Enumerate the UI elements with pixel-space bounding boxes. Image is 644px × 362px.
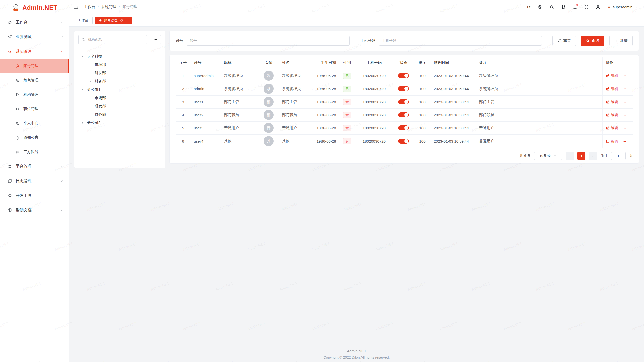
- cell-seq: 6: [176, 134, 191, 148]
- edit-button[interactable]: 编辑: [606, 126, 618, 130]
- phone-field: [379, 36, 542, 46]
- row-more-button[interactable]: [622, 126, 627, 130]
- caret-down-icon[interactable]: [81, 88, 87, 92]
- sidebar-item-help-docs[interactable]: 帮助文档: [0, 203, 69, 217]
- sidebar: Admin.NET 工作台业务测试系统管理账号管理角色管理机构管理职位管理个人中…: [0, 0, 69, 362]
- cell-modified: 2023-01-03 10:59:44: [431, 134, 476, 148]
- breadcrumb-separator: /: [119, 5, 120, 9]
- cell-remark: 部门主管: [476, 95, 602, 108]
- sidebar-item-org-mgmt[interactable]: 机构管理: [0, 87, 69, 102]
- edit-button[interactable]: 编辑: [606, 100, 618, 104]
- prev-page-button[interactable]: [566, 152, 574, 160]
- cell-avatar: 系: [259, 82, 279, 95]
- row-more-button[interactable]: [622, 113, 627, 117]
- query-label: 查询: [592, 38, 599, 43]
- tree-more-button[interactable]: [150, 35, 161, 44]
- user-outline-icon-button[interactable]: [596, 5, 600, 9]
- sidebar-item-business-test[interactable]: 业务测试: [0, 30, 69, 44]
- page-1-button[interactable]: 1: [577, 152, 585, 160]
- sidebar-item-third-party-account[interactable]: 三方账号: [0, 145, 69, 159]
- sidebar-item-label: 角色管理: [23, 78, 38, 83]
- ellipsis-icon: [153, 37, 158, 42]
- cell-modified: 2023-01-03 10:59:44: [431, 82, 476, 95]
- reset-button[interactable]: 重置: [552, 36, 576, 46]
- tree-node-finance-dept-1[interactable]: 财务部: [76, 77, 164, 85]
- caret-down-icon[interactable]: [81, 55, 87, 58]
- add-button[interactable]: 新增: [609, 36, 633, 46]
- cell-phone: 18020030720: [355, 121, 393, 134]
- edit-button[interactable]: 编辑: [606, 139, 618, 144]
- tree-node-daming-tech[interactable]: 大名科技: [76, 52, 164, 61]
- row-more-button[interactable]: [622, 100, 627, 104]
- svg-text:T: T: [527, 5, 529, 9]
- sidebar-item-log-mgmt[interactable]: 日志管理: [0, 174, 69, 188]
- status-toggle[interactable]: [398, 125, 409, 130]
- tree-node-rd-dept-1[interactable]: 研发部: [76, 69, 164, 77]
- chevron-left-icon: [568, 154, 572, 158]
- sidebar-item-personal-center[interactable]: 个人中心: [0, 116, 69, 130]
- cell-birth: 1986-06-28: [309, 95, 339, 108]
- phone-input[interactable]: [382, 38, 539, 43]
- sidebar-item-dev-tools[interactable]: 开发工具: [0, 188, 69, 203]
- tree-node-finance-dept-2[interactable]: 财务部: [76, 110, 164, 119]
- status-toggle[interactable]: [398, 139, 409, 144]
- column-header-birth: 出生日期: [309, 57, 339, 69]
- edit-button[interactable]: 编辑: [606, 113, 618, 117]
- refresh-icon[interactable]: [120, 19, 123, 22]
- language-icon-button[interactable]: [538, 5, 543, 9]
- caret-right-icon[interactable]: [89, 80, 94, 83]
- table-row: 1superadmin超级管理员超超级管理员1986-06-28男1802003…: [176, 69, 633, 82]
- next-page-button[interactable]: [589, 152, 597, 160]
- sidebar-item-notice[interactable]: 通知公告: [0, 130, 69, 145]
- edit-button[interactable]: 编辑: [606, 87, 618, 91]
- status-toggle[interactable]: [398, 112, 409, 117]
- cell-gender: 女: [339, 108, 355, 121]
- sidebar-item-system-mgmt[interactable]: 系统管理: [0, 44, 69, 59]
- tree-node-branch-2[interactable]: 分公司2: [76, 119, 164, 127]
- status-toggle[interactable]: [398, 99, 409, 104]
- close-icon[interactable]: [125, 19, 129, 22]
- user-menu[interactable]: superadmin: [607, 5, 638, 9]
- status-toggle[interactable]: [398, 86, 409, 91]
- cell-name: 部门主管: [279, 95, 309, 108]
- row-more-button[interactable]: [622, 139, 627, 144]
- fullscreen-icon-button[interactable]: [584, 5, 589, 9]
- goto-page-input[interactable]: [611, 152, 626, 160]
- menu-fold-icon[interactable]: [74, 5, 79, 10]
- sidebar-item-workbench[interactable]: 工作台: [0, 15, 69, 30]
- font-size-icon-button[interactable]: TT: [526, 5, 531, 9]
- chevron-down-icon: [60, 179, 63, 183]
- edit-button[interactable]: 编辑: [606, 74, 618, 78]
- row-more-button[interactable]: [622, 74, 627, 78]
- sidebar-item-label: 开发工具: [16, 193, 32, 198]
- org-search-input[interactable]: [87, 37, 144, 42]
- row-more-button[interactable]: [622, 87, 627, 91]
- page-size-select[interactable]: 10条/页: [534, 152, 562, 160]
- tab-workbench[interactable]: 工作台: [74, 17, 93, 24]
- tree-node-market-dept-1[interactable]: 市场部: [76, 61, 164, 69]
- breadcrumb-item[interactable]: 系统管理: [101, 5, 116, 9]
- caret-right-icon[interactable]: [81, 121, 87, 125]
- logo[interactable]: Admin.NET: [0, 0, 69, 15]
- breadcrumb-item[interactable]: 工作台: [84, 5, 95, 9]
- cell-gender: 女: [339, 121, 355, 134]
- sidebar-item-platform-mgmt[interactable]: 平台管理: [0, 159, 69, 174]
- tab-account-mgmt[interactable]: 账号管理: [95, 17, 132, 24]
- cell-seq: 4: [176, 108, 191, 121]
- avatar: 普: [264, 123, 274, 133]
- tree-node-market-dept-2[interactable]: 市场部: [76, 94, 164, 102]
- search-icon-button[interactable]: [549, 5, 554, 9]
- bell-icon-button[interactable]: [573, 5, 577, 9]
- sidebar-item-account-mgmt[interactable]: 账号管理: [0, 59, 69, 73]
- query-button[interactable]: 查询: [581, 36, 604, 46]
- account-input[interactable]: [189, 38, 347, 43]
- tree-node-branch-1[interactable]: 分公司1: [76, 85, 164, 94]
- edit-icon: [606, 139, 610, 143]
- sidebar-item-role-mgmt[interactable]: 角色管理: [0, 73, 69, 87]
- tree-node-rd-dept-2[interactable]: 研发部: [76, 102, 164, 110]
- theme-icon-button[interactable]: [561, 5, 566, 9]
- cell-remark: 超级管理员: [476, 69, 602, 82]
- sidebar-item-label: 职位管理: [23, 107, 38, 111]
- sidebar-item-position-mgmt[interactable]: 职位管理: [0, 102, 69, 116]
- status-toggle[interactable]: [398, 73, 409, 78]
